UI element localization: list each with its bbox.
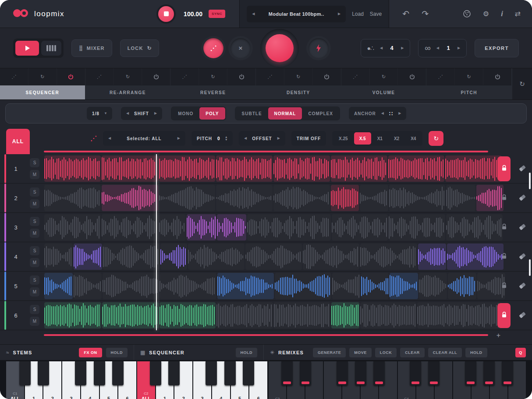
save-button[interactable]: Save (370, 11, 382, 17)
waveform-segment[interactable] (417, 302, 502, 328)
speed-x-25-button[interactable]: X.25 (333, 132, 353, 145)
waveform-segment[interactable] (44, 302, 101, 328)
scrollbar-thumb[interactable] (529, 173, 531, 189)
track-number[interactable]: 6 (6, 301, 25, 330)
piano-key-black[interactable] (75, 361, 86, 385)
remix-clear-button[interactable]: CLEAR (400, 348, 425, 357)
global-refresh-icon[interactable]: ↻ (512, 68, 532, 99)
track-erase-button[interactable] (518, 223, 526, 232)
track-number[interactable]: 3 (6, 213, 25, 242)
pattern-next-button[interactable]: ▶ (401, 46, 404, 50)
tab-reverse[interactable]: REVERSE (170, 85, 255, 99)
export-button[interactable]: EXPORT (475, 39, 519, 57)
preset-prev-button[interactable]: ◀ (252, 12, 255, 16)
waveform-segment[interactable] (275, 273, 331, 299)
waveform-segment[interactable] (331, 302, 359, 328)
piano-key-black[interactable] (38, 361, 49, 385)
waveform-segment[interactable] (448, 273, 476, 299)
track-waveform[interactable] (44, 154, 495, 183)
remix-generate-button[interactable]: GENERATE (313, 348, 346, 357)
track-lock-button[interactable] (497, 215, 511, 240)
voice-mono-button[interactable]: MONO (172, 107, 199, 120)
piano-key-black[interactable] (428, 361, 440, 385)
track-waveform[interactable] (44, 301, 495, 330)
voice-poly-button[interactable]: POLY (199, 107, 225, 120)
mute-button[interactable]: M (30, 199, 39, 208)
anchor-prev-button[interactable]: ◀ (381, 112, 384, 115)
waveform-segment[interactable] (331, 185, 359, 211)
settings-gear-icon[interactable]: ⚙ (483, 11, 489, 18)
offset-prev-button[interactable]: ◀ (244, 137, 247, 140)
loop-prev-button[interactable]: ◀ (436, 46, 439, 50)
piano-key-black[interactable] (373, 361, 385, 385)
track-erase-button[interactable] (518, 165, 526, 173)
piano-key-black[interactable] (337, 361, 348, 385)
track-erase-button[interactable] (518, 194, 526, 202)
waveform-segment[interactable] (390, 273, 418, 299)
mute-button[interactable]: M (30, 258, 39, 267)
piano-key-black[interactable] (168, 361, 180, 385)
load-button[interactable]: Load (352, 11, 364, 17)
waveform-segment[interactable] (445, 155, 502, 182)
track-erase-button[interactable] (518, 282, 526, 290)
mute-button[interactable]: M (30, 170, 39, 179)
tab-pitch[interactable]: PITCH (426, 85, 511, 99)
tab-dots-icon[interactable]: ⋰ (341, 68, 370, 85)
waveform-segment[interactable] (159, 185, 216, 211)
play-button[interactable] (15, 41, 39, 56)
track-lock-button[interactable] (497, 186, 511, 211)
complexity-subtle-button[interactable]: SUBTLE (236, 107, 268, 120)
speed-x1-button[interactable]: X1 (372, 132, 388, 145)
track-waveform[interactable] (44, 272, 495, 300)
track-erase-button[interactable] (518, 311, 526, 320)
tab-dots-icon[interactable]: ⋰ (0, 68, 28, 85)
record-button[interactable] (266, 34, 294, 62)
tab-dots-icon[interactable]: ⋰ (256, 68, 284, 85)
piano-key-black[interactable] (355, 361, 366, 385)
waveform-segment[interactable] (360, 185, 388, 211)
waveform-segment[interactable] (245, 244, 302, 270)
pitch-stepper[interactable]: ▴▾ (226, 136, 228, 141)
waveform-segment[interactable] (389, 185, 446, 211)
shift-right-button[interactable]: ▶ (154, 112, 157, 115)
tab-loop-icon[interactable]: ↻ (284, 68, 313, 85)
waveform-segment[interactable] (446, 214, 503, 240)
solo-button[interactable]: S (30, 217, 39, 226)
tab-power-icon[interactable] (313, 68, 341, 85)
waveform-segment[interactable] (273, 155, 330, 182)
solo-button[interactable]: S (30, 246, 39, 255)
solo-button[interactable]: S (30, 158, 39, 167)
tab-loop-icon[interactable]: ↻ (370, 68, 398, 85)
track-erase-button[interactable] (518, 253, 526, 261)
waveform-segment[interactable] (44, 273, 73, 299)
tab-dots-icon[interactable]: ⋰ (85, 68, 114, 85)
tab-volume[interactable]: VOLUME (341, 85, 426, 99)
track-lock-button[interactable] (497, 156, 511, 181)
waveform-segment[interactable] (103, 273, 159, 299)
piano-key-black[interactable] (243, 361, 254, 385)
track-lock-button[interactable] (497, 244, 511, 269)
waveform-segment[interactable] (160, 273, 216, 299)
anchor-next-button[interactable]: ▶ (398, 112, 401, 115)
keyboard-mode-button[interactable] (41, 41, 61, 56)
piano-key-black[interactable] (206, 361, 217, 385)
waveform-segment[interactable] (102, 185, 158, 211)
speed-x4-button[interactable]: X4 (405, 132, 421, 145)
waveform-segment[interactable] (389, 214, 445, 240)
waveform-segment[interactable] (360, 302, 417, 328)
waveform-segment[interactable] (419, 273, 447, 299)
complexity-complex-button[interactable]: COMPLEX (302, 107, 339, 120)
waveform-segment[interactable] (216, 185, 273, 211)
waveform-segment[interactable] (332, 273, 360, 299)
trigger-knob[interactable] (309, 38, 329, 58)
track-number[interactable]: 4 (6, 242, 25, 271)
all-rows-button[interactable]: ALL (6, 129, 30, 154)
waveform-segment[interactable] (274, 302, 330, 328)
tab-power-icon[interactable] (483, 68, 511, 85)
loop-next-button[interactable]: ▶ (458, 46, 460, 50)
track-waveform[interactable] (44, 242, 495, 271)
mute-button[interactable]: M (30, 287, 39, 297)
remix-move-button[interactable]: MOVE (349, 348, 372, 357)
pattern-prev-button[interactable]: ◀ (380, 46, 383, 50)
rotate-button[interactable]: ↻ (429, 131, 443, 146)
